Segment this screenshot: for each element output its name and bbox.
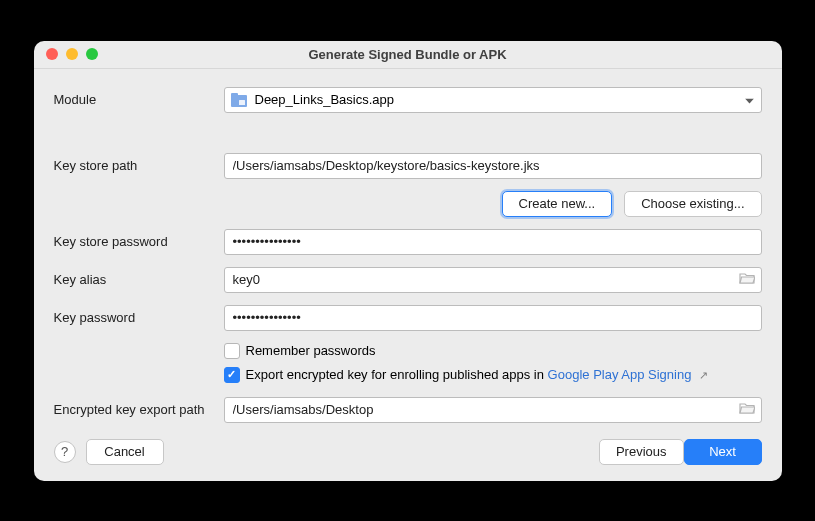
titlebar: Generate Signed Bundle or APK	[34, 41, 782, 69]
create-new-button[interactable]: Create new...	[502, 191, 613, 217]
key-store-path-label: Key store path	[54, 158, 224, 173]
dialog-content: Module Deep_Links_Basics.app Key store p…	[34, 69, 782, 481]
encrypted-export-path-input[interactable]	[224, 397, 762, 423]
choose-existing-button[interactable]: Choose existing...	[624, 191, 761, 217]
key-alias-input[interactable]	[224, 267, 762, 293]
dialog-title: Generate Signed Bundle or APK	[34, 47, 782, 62]
dialog-footer: ? Cancel Previous Next	[54, 439, 762, 465]
key-store-password-input[interactable]	[224, 229, 762, 255]
folder-open-icon[interactable]	[739, 402, 755, 418]
previous-button[interactable]: Previous	[599, 439, 684, 465]
cancel-button[interactable]: Cancel	[86, 439, 164, 465]
close-icon[interactable]	[46, 48, 58, 60]
key-password-label: Key password	[54, 310, 224, 325]
encrypted-export-path-label: Encrypted key export path	[54, 402, 224, 417]
remember-passwords-checkbox[interactable]	[224, 343, 240, 359]
help-button[interactable]: ?	[54, 441, 76, 463]
export-encrypted-label: Export encrypted key for enrolling publi…	[246, 367, 709, 382]
next-button[interactable]: Next	[684, 439, 762, 465]
module-icon	[231, 93, 247, 107]
svg-rect-2	[239, 100, 245, 105]
key-store-path-input[interactable]	[224, 153, 762, 179]
google-play-signing-link[interactable]: Google Play App Signing	[548, 367, 692, 382]
external-link-icon: ↗	[699, 369, 708, 381]
key-alias-label: Key alias	[54, 272, 224, 287]
key-store-password-label: Key store password	[54, 234, 224, 249]
key-password-input[interactable]	[224, 305, 762, 331]
dialog-window: Generate Signed Bundle or APK Module Dee…	[34, 41, 782, 481]
module-label: Module	[54, 92, 224, 107]
module-select[interactable]: Deep_Links_Basics.app	[224, 87, 762, 113]
svg-rect-1	[231, 93, 238, 97]
minimize-icon[interactable]	[66, 48, 78, 60]
remember-passwords-label: Remember passwords	[246, 343, 376, 358]
folder-open-icon[interactable]	[739, 272, 755, 288]
maximize-icon[interactable]	[86, 48, 98, 60]
window-controls	[46, 48, 98, 60]
export-encrypted-checkbox[interactable]	[224, 367, 240, 383]
